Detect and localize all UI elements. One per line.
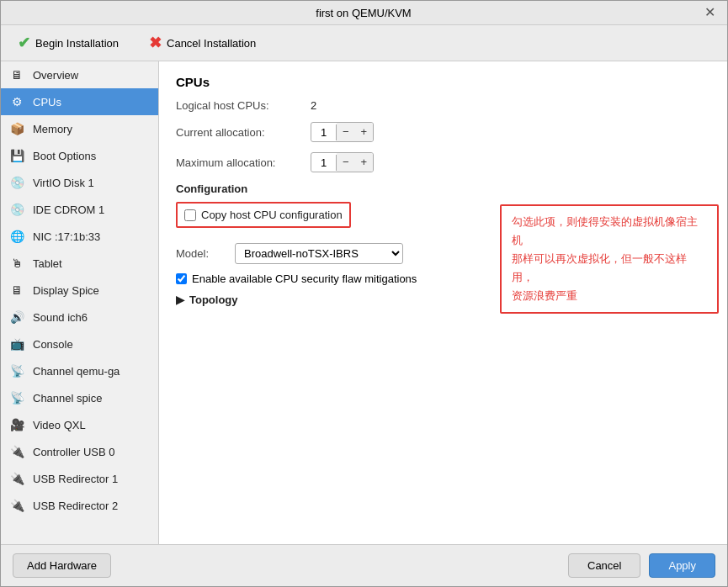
footer: Add Hardware Cancel Apply	[1, 544, 727, 586]
logical-cpus-value: 2	[311, 99, 316, 112]
current-allocation-spinbox: 1 − +	[311, 122, 374, 142]
cpu-icon: ⚙	[8, 93, 26, 111]
sidebar-label-nic: NIC :17:1b:33	[33, 230, 100, 243]
boot-icon: 💾	[8, 146, 26, 165]
maximum-allocation-spinbox: 1 − +	[311, 152, 374, 172]
logical-cpus-row: Logical host CPUs: 2	[176, 99, 710, 112]
sidebar-label-sound: Sound ich6	[33, 311, 88, 324]
sidebar-item-boot-options[interactable]: 💾 Boot Options	[1, 142, 158, 169]
cancel-install-button[interactable]: ✖ Cancel Installation	[142, 30, 263, 56]
section-title: CPUs	[176, 75, 710, 89]
sidebar-item-console[interactable]: 📺 Console	[1, 331, 158, 357]
max-alloc-decrement[interactable]: −	[337, 153, 355, 172]
nic-icon: 🌐	[8, 227, 26, 246]
content-panel: CPUs Logical host CPUs: 2 Current alloca…	[159, 61, 727, 544]
footer-right: Cancel Apply	[568, 553, 715, 578]
sidebar-label-memory: Memory	[33, 123, 72, 135]
window-title: first on QEMU/KVM	[26, 7, 701, 19]
sidebar-item-memory[interactable]: 📦 Memory	[1, 115, 158, 142]
security-label: Enable available CPU security flaw mitig…	[192, 272, 417, 285]
display-icon: 🖥	[8, 281, 26, 299]
current-alloc-decrement[interactable]: −	[337, 123, 355, 141]
cancel-install-label: Cancel Installation	[167, 37, 256, 50]
sidebar-label-overview: Overview	[33, 69, 78, 82]
titlebar: first on QEMU/KVM ✕	[1, 1, 727, 25]
topology-label: Topology	[189, 294, 238, 306]
usb-redir2-icon: 🔌	[8, 496, 26, 515]
model-select[interactable]: Broadwell-noTSX-IBRS	[235, 243, 403, 264]
sidebar-item-ide-cdrom1[interactable]: 💿 IDE CDROM 1	[1, 196, 158, 223]
usb-redir1-icon: 🔌	[8, 469, 26, 488]
cdrom-icon: 💿	[8, 200, 26, 219]
max-alloc-label: Maximum allocation:	[176, 156, 311, 169]
sidebar-item-sound-ich6[interactable]: 🔊 Sound ich6	[1, 304, 158, 331]
sidebar-label-console: Console	[33, 338, 73, 351]
begin-install-button[interactable]: ✔ Begin Installation	[11, 30, 125, 56]
sidebar-label-tablet: Tablet	[33, 257, 62, 270]
topology-expand-icon: ▶	[176, 294, 184, 306]
max-alloc-value: 1	[311, 155, 337, 171]
apply-button[interactable]: Apply	[649, 553, 715, 578]
toolbar: ✔ Begin Installation ✖ Cancel Installati…	[1, 25, 727, 61]
overview-icon: 🖥	[8, 66, 26, 84]
x-icon: ✖	[149, 34, 162, 52]
sound-icon: 🔊	[8, 308, 26, 326]
cancel-button[interactable]: Cancel	[568, 553, 640, 578]
copy-cpu-label: Copy host CPU configuration	[201, 209, 343, 221]
sidebar-item-overview[interactable]: 🖥 Overview	[1, 61, 158, 88]
sidebar-label-cdrom: IDE CDROM 1	[33, 204, 104, 216]
sidebar-item-virtio-disk1[interactable]: 💿 VirtIO Disk 1	[1, 169, 158, 196]
sidebar: 🖥 Overview ⚙ CPUs 📦 Memory 💾 Boot Option…	[1, 61, 159, 544]
main-area: 🖥 Overview ⚙ CPUs 📦 Memory 💾 Boot Option…	[1, 61, 727, 544]
sidebar-item-cpus[interactable]: ⚙ CPUs	[1, 88, 158, 115]
security-checkbox[interactable]	[176, 273, 187, 284]
model-label: Model:	[176, 247, 226, 260]
tooltip-annotation: 勾选此项，则使得安装的虚拟机像宿主机那样可以再次虚拟化，但一般不这样用，资源浪费…	[500, 204, 719, 314]
qemu-ga-icon: 📡	[8, 362, 26, 380]
video-icon: 🎥	[8, 415, 26, 434]
channel-spice-icon: 📡	[8, 389, 26, 407]
logical-cpus-label: Logical host CPUs:	[176, 99, 311, 112]
copy-cpu-checkbox[interactable]	[184, 209, 196, 221]
sidebar-label-qemu-ga: Channel qemu-ga	[33, 365, 120, 378]
tablet-icon: 🖱	[8, 254, 26, 272]
sidebar-label-cpus: CPUs	[33, 96, 61, 108]
config-label: Configuration	[176, 182, 710, 195]
sidebar-label-usb-redir2: USB Redirector 2	[33, 500, 118, 512]
footer-left: Add Hardware	[13, 553, 111, 578]
sidebar-item-channel-qemu-ga[interactable]: 📡 Channel qemu-ga	[1, 357, 158, 384]
disk-icon: 💿	[8, 173, 26, 192]
sidebar-item-channel-spice[interactable]: 📡 Channel spice	[1, 384, 158, 411]
max-alloc-increment[interactable]: +	[355, 153, 374, 172]
sidebar-item-controller-usb0[interactable]: 🔌 Controller USB 0	[1, 438, 158, 465]
sidebar-label-channel-spice: Channel spice	[33, 392, 102, 405]
sidebar-item-tablet[interactable]: 🖱 Tablet	[1, 250, 158, 277]
current-alloc-label: Current allocation:	[176, 126, 311, 139]
maximum-allocation-row: Maximum allocation: 1 − +	[176, 152, 710, 172]
tooltip-text: 勾选此项，则使得安装的虚拟机像宿主机那样可以再次虚拟化，但一般不这样用，资源浪费…	[512, 215, 698, 302]
check-icon: ✔	[18, 34, 30, 52]
begin-install-label: Begin Installation	[35, 37, 119, 50]
sidebar-item-video-qxl[interactable]: 🎥 Video QXL	[1, 411, 158, 438]
copy-cpu-checkbox-row[interactable]: Copy host CPU configuration	[176, 202, 351, 228]
sidebar-item-display-spice[interactable]: 🖥 Display Spice	[1, 277, 158, 304]
sidebar-label-display: Display Spice	[33, 284, 99, 297]
sidebar-label-usb-redir1: USB Redirector 1	[33, 473, 118, 485]
main-window: first on QEMU/KVM ✕ ✔ Begin Installation…	[0, 0, 728, 587]
sidebar-item-usb-redirector1[interactable]: 🔌 USB Redirector 1	[1, 465, 158, 492]
memory-icon: 📦	[8, 119, 26, 138]
current-alloc-value: 1	[311, 124, 337, 140]
sidebar-label-controller-usb0: Controller USB 0	[33, 446, 115, 458]
sidebar-label-video: Video QXL	[33, 419, 86, 431]
sidebar-item-usb-redirector2[interactable]: 🔌 USB Redirector 2	[1, 492, 158, 519]
close-button[interactable]: ✕	[701, 6, 719, 19]
current-alloc-increment[interactable]: +	[355, 123, 374, 141]
sidebar-label-virtio: VirtIO Disk 1	[33, 177, 94, 189]
usb-controller-icon: 🔌	[8, 442, 26, 461]
sidebar-label-boot: Boot Options	[33, 150, 96, 162]
add-hardware-button[interactable]: Add Hardware	[13, 553, 111, 578]
sidebar-item-nic[interactable]: 🌐 NIC :17:1b:33	[1, 223, 158, 250]
current-allocation-row: Current allocation: 1 − +	[176, 122, 710, 142]
console-icon: 📺	[8, 335, 26, 353]
